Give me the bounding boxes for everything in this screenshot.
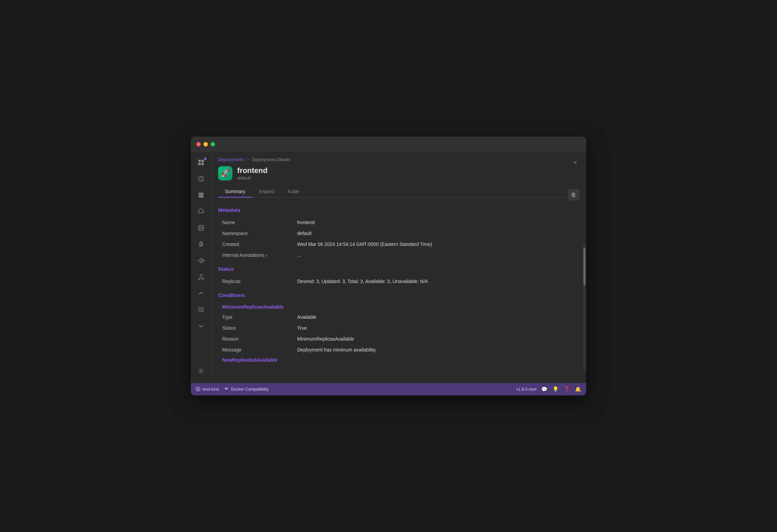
field-message: Message Deployment has minimum availabil… [218, 344, 579, 355]
svg-rect-14 [198, 278, 200, 280]
app-header: 🚀 frontend default 🗑 [218, 166, 579, 181]
scrollbar-thumb[interactable] [583, 248, 585, 285]
version-text: v1.8.0-next [516, 387, 536, 392]
chat-icon[interactable]: 💬 [541, 386, 548, 392]
svg-rect-5 [199, 194, 203, 196]
field-replicas-value: Desired: 3, Updated: 3, Total: 3, Availa… [297, 279, 575, 284]
cloud-icon [198, 208, 204, 217]
sidebar-icon-collapse[interactable] [194, 286, 209, 301]
tab-inspect[interactable]: Inspect [252, 186, 281, 198]
status-docker[interactable]: Docker Compatibility [224, 387, 269, 392]
sidebar-badge [204, 158, 207, 160]
grid-icon [198, 159, 204, 168]
field-type: Type Available [218, 312, 579, 323]
docker-icon [224, 387, 229, 392]
field-name-label: Name [222, 220, 297, 225]
sidebar-icon-diagram[interactable] [194, 254, 209, 269]
panel-body: Metadata Name frontend Namespace default… [211, 198, 586, 383]
puzzle-icon [198, 306, 204, 315]
question-icon[interactable]: ❓ [564, 386, 570, 392]
bell-icon[interactable]: 🔔 [575, 386, 581, 392]
traffic-lights [196, 142, 215, 146]
sidebar-icon-cube[interactable] [194, 172, 209, 187]
subsection-minimum-replicas: MinimumReplicasAvailable [218, 302, 579, 312]
bulb-icon[interactable]: 💡 [552, 386, 559, 392]
svg-point-7 [199, 225, 203, 227]
field-namespace-value: default [297, 231, 575, 236]
field-annotations-label: Internal Annotations › [222, 252, 297, 258]
sidebar-icon-puzzle[interactable] [194, 303, 209, 318]
network-icon [198, 273, 204, 282]
breadcrumb: Deployments > Deployment Details [218, 157, 579, 162]
panel-header: Deployments > Deployment Details 🚀 front… [211, 152, 586, 198]
chevron-down-icon [198, 323, 204, 330]
field-reason-label: Reason [222, 336, 297, 342]
svg-rect-13 [200, 274, 202, 276]
gear-icon [198, 367, 204, 376]
svg-rect-3 [201, 163, 204, 165]
tab-summary[interactable]: Summary [218, 186, 252, 198]
field-created: Created Wed Mar 06 2024 14:54:14 GMT-050… [218, 239, 579, 250]
sidebar-icon-expand[interactable] [194, 319, 209, 334]
field-status-value: True [297, 325, 575, 331]
status-bar: kind-kind Docker Compatibility v1.8.0-ne… [191, 383, 586, 395]
stack-icon [198, 192, 204, 200]
metadata-section-title: Metadata [218, 207, 579, 213]
field-created-label: Created [222, 241, 297, 247]
truncated-new-replica-set: NewReplicaSetAvailable [218, 355, 579, 365]
diagram-icon [198, 257, 204, 266]
maximize-button[interactable] [211, 142, 215, 146]
field-namespace-label: Namespace [222, 231, 297, 236]
cluster-name: kind-kind [202, 387, 219, 392]
breadcrumb-separator: > [247, 157, 249, 162]
sidebar-icon-database[interactable] [194, 221, 209, 236]
field-reason-value: MinimumReplicasAvailable [297, 336, 575, 342]
main-layout: Deployments > Deployment Details 🚀 front… [191, 152, 586, 383]
field-status-label: Status [222, 325, 297, 331]
breadcrumb-current: Deployment Details [252, 157, 290, 162]
field-message-value: Deployment has minimum availability. [297, 347, 575, 353]
sidebar-icon-settings[interactable] [194, 364, 209, 379]
conditions-section-title: Conditions [218, 292, 579, 298]
docker-label: Docker Compatibility [231, 387, 269, 392]
svg-rect-9 [198, 260, 200, 261]
field-status: Status True [218, 323, 579, 333]
svg-rect-6 [199, 196, 203, 198]
sidebar-icon-grid[interactable] [194, 156, 209, 171]
sidebar-icon-network[interactable] [194, 270, 209, 285]
svg-point-8 [200, 243, 201, 244]
scrollbar-track[interactable] [583, 244, 586, 371]
svg-point-18 [197, 388, 199, 390]
close-button[interactable] [196, 142, 201, 146]
breadcrumb-deployments-link[interactable]: Deployments [218, 157, 244, 162]
cube-icon [198, 175, 204, 184]
svg-rect-0 [198, 160, 201, 162]
rocket-icon [198, 241, 204, 249]
status-cluster[interactable]: kind-kind [196, 387, 219, 392]
app-icon: 🚀 [218, 166, 232, 181]
main-window: Deployments > Deployment Details 🚀 front… [191, 137, 586, 395]
field-annotations[interactable]: Internal Annotations › ... [218, 250, 579, 261]
status-right: v1.8.0-next 💬 💡 ❓ 🔔 [516, 386, 581, 392]
sidebar-icon-rocket[interactable] [194, 237, 209, 252]
field-namespace: Namespace default [218, 228, 579, 239]
field-name-value: frontend [297, 220, 575, 225]
sidebar-icon-cloud[interactable] [194, 205, 209, 220]
sidebar [191, 152, 211, 383]
close-panel-button[interactable]: ✕ [571, 158, 579, 167]
x-icon: ✕ [573, 160, 577, 165]
svg-rect-15 [202, 278, 204, 280]
svg-rect-4 [199, 193, 203, 194]
status-section-title: Status [218, 266, 579, 272]
delete-button[interactable]: 🗑 [568, 189, 579, 201]
chevron-up-icon [198, 291, 204, 298]
sidebar-icon-stack[interactable] [194, 188, 209, 203]
svg-rect-10 [200, 258, 202, 260]
app-name: frontend [237, 166, 579, 175]
tab-bar: Summary Inspect Kube [218, 186, 579, 198]
field-replicas-label: Replicas [222, 279, 297, 284]
tab-kube[interactable]: Kube [281, 186, 306, 198]
field-reason: Reason MinimumReplicasAvailable [218, 333, 579, 344]
minimize-button[interactable] [203, 142, 208, 146]
app-namespace: default [237, 175, 579, 181]
